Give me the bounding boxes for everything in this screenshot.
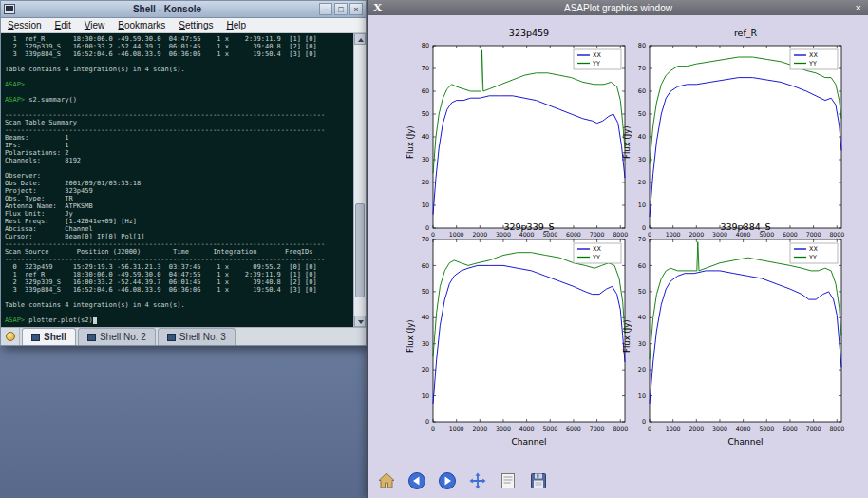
plot-canvas[interactable]: 0100020003000400050006000700080000102030… <box>618 234 846 437</box>
scrollbar-thumb[interactable] <box>355 203 365 297</box>
svg-text:10: 10 <box>638 201 646 209</box>
svg-text:10: 10 <box>422 393 429 400</box>
svg-text:0: 0 <box>431 425 435 431</box>
plot-canvas[interactable]: 0100020003000400050006000700080000102030… <box>402 40 630 243</box>
svg-text:4000: 4000 <box>519 425 535 431</box>
scroll-up-button[interactable] <box>354 33 366 45</box>
svg-text:80: 80 <box>638 42 646 49</box>
shell-icon <box>87 334 96 341</box>
scroll-down-button[interactable] <box>354 316 366 327</box>
svg-text:YY: YY <box>808 254 817 261</box>
svg-text:4000: 4000 <box>736 425 751 431</box>
new-session-icon <box>6 332 15 341</box>
back-button[interactable] <box>406 469 428 492</box>
home-button[interactable] <box>375 469 398 492</box>
pan-button[interactable] <box>466 469 489 492</box>
subplot-339p884-s: 339p884_S 010002000300040005000600070008… <box>618 221 846 447</box>
x11-logo-icon: X <box>368 0 387 15</box>
svg-text:3000: 3000 <box>496 425 511 431</box>
y-axis-label: Flux (Jy) <box>406 319 415 353</box>
menu-bookmarks[interactable]: Bookmarks <box>111 19 172 31</box>
shell-icon <box>31 334 40 341</box>
save-floppy-icon <box>528 470 549 491</box>
svg-text:3000: 3000 <box>712 425 727 431</box>
terminal-scrollbar[interactable] <box>353 33 366 327</box>
svg-text:XX: XX <box>593 245 601 253</box>
menu-settings[interactable]: Settings <box>172 19 219 31</box>
svg-text:1000: 1000 <box>666 425 681 431</box>
subplot-ref-r: ref_R 0100020003000400050006000700080000… <box>618 28 846 243</box>
svg-text:2000: 2000 <box>689 425 704 431</box>
subplot-title: 329p339_S <box>433 221 625 234</box>
svg-text:0: 0 <box>648 425 651 431</box>
svg-text:30: 30 <box>422 340 429 348</box>
tab-shell-no-2[interactable]: Shell No. 2 <box>78 328 156 345</box>
svg-text:5000: 5000 <box>542 425 557 431</box>
y-axis-label: Flux (Jy) <box>406 125 415 159</box>
menu-view[interactable]: View <box>78 19 112 31</box>
svg-text:50: 50 <box>638 288 646 296</box>
menu-session[interactable]: Session <box>1 19 48 31</box>
save-button[interactable] <box>527 469 550 492</box>
svg-text:XX: XX <box>809 51 818 59</box>
svg-text:30: 30 <box>638 340 646 348</box>
svg-text:60: 60 <box>638 262 646 270</box>
svg-text:2000: 2000 <box>472 425 487 431</box>
plot-canvas[interactable]: 0100020003000400050006000700080000102030… <box>402 234 630 437</box>
menu-edit[interactable]: Edit <box>48 19 78 31</box>
asaplot-titlebar[interactable]: X ASAPlot graphics window × <box>368 0 868 15</box>
terminal[interactable]: 1 ref_R 18:30:06.0 -49.59.30.0 04:47:55 … <box>1 33 366 327</box>
subplot-title: 323p459 <box>433 28 625 40</box>
svg-text:60: 60 <box>422 87 429 95</box>
svg-text:70: 70 <box>638 236 646 243</box>
menu-help[interactable]: Help <box>220 19 254 31</box>
svg-text:YY: YY <box>592 254 600 261</box>
plot-canvas[interactable]: 0100020003000400050006000700080000102030… <box>618 40 846 243</box>
svg-text:50: 50 <box>422 110 429 118</box>
svg-text:0: 0 <box>642 418 646 426</box>
svg-text:7000: 7000 <box>590 425 605 431</box>
close-button[interactable]: × <box>349 3 363 15</box>
svg-text:6000: 6000 <box>783 425 798 431</box>
minimize-button[interactable]: − <box>319 3 332 15</box>
subplot-323p459: 323p459 01000200030004000500060007000800… <box>402 28 630 243</box>
tab-shell[interactable]: Shell <box>22 328 76 345</box>
svg-text:20: 20 <box>638 366 646 374</box>
svg-text:40: 40 <box>638 133 646 141</box>
konsole-titlebar[interactable]: Shell - Konsole −□× <box>1 1 366 18</box>
subplots-config-button[interactable] <box>497 469 519 492</box>
subplot-title: 339p884_S <box>650 221 841 234</box>
asaplot-window: X ASAPlot graphics window × 323p459 0100… <box>367 0 868 498</box>
svg-text:6000: 6000 <box>566 425 581 431</box>
figure-area: 323p459 01000200030004000500060007000800… <box>368 15 868 498</box>
svg-text:1000: 1000 <box>449 425 464 431</box>
konsole-window: Shell - Konsole −□× SessionEditViewBookm… <box>0 0 367 346</box>
svg-text:60: 60 <box>638 87 646 95</box>
svg-text:40: 40 <box>422 314 429 321</box>
tab-shell-no-3[interactable]: Shell No. 3 <box>158 328 236 345</box>
subplot-329p339-s: 329p339_S 010002000300040005000600070008… <box>402 221 630 447</box>
konsole-window-title: Shell - Konsole <box>15 4 319 14</box>
konsole-app-icon <box>4 4 15 14</box>
svg-text:20: 20 <box>638 179 646 186</box>
svg-text:40: 40 <box>638 314 646 321</box>
terminal-output: 1 ref_R 18:30:06.0 -49.59.30.0 04:47:55 … <box>5 35 352 327</box>
back-arrow-icon <box>406 470 427 491</box>
svg-text:70: 70 <box>422 236 429 243</box>
svg-text:30: 30 <box>638 156 646 163</box>
menu-bar: SessionEditViewBookmarksSettingsHelp <box>1 18 366 33</box>
subplot-title: ref_R <box>650 28 841 40</box>
svg-text:7000: 7000 <box>806 425 821 431</box>
svg-text:40: 40 <box>422 133 429 141</box>
maximize-button[interactable]: □ <box>334 3 348 15</box>
asaplot-close-button[interactable]: × <box>849 2 868 13</box>
forward-button[interactable] <box>436 469 459 492</box>
svg-text:8000: 8000 <box>829 425 844 431</box>
svg-text:10: 10 <box>638 393 646 400</box>
svg-text:20: 20 <box>422 366 429 374</box>
tab-bar: ShellShell No. 2Shell No. 3 <box>1 327 366 345</box>
forward-arrow-icon <box>437 470 458 491</box>
new-session-button[interactable] <box>1 328 20 345</box>
svg-text:60: 60 <box>422 262 429 270</box>
pan-arrows-icon <box>467 470 488 491</box>
